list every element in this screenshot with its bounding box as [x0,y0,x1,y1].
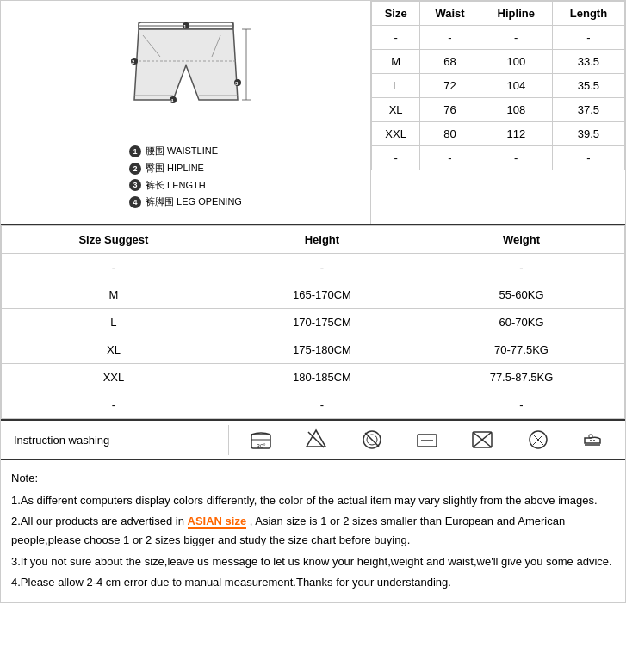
size-col-header: Size [372,2,420,26]
no-bleach-icon [304,428,328,452]
length-col-header: Length [552,2,624,26]
image-area: 1 2 3 4 [1,1,371,224]
table-cell: 170-175CM [226,309,418,336]
suggest-table: Size Suggest Height Weight ---M165-170CM… [1,225,625,419]
table-cell: XXL [372,122,420,146]
legend-item-3: 3 裤长 LENGTH [129,177,242,194]
weight-col-header: Weight [418,226,625,254]
note-item-2: 2.All our products are advertised in ASI… [11,512,615,550]
legend-label-2: 臀围 HIPLINE [146,160,204,177]
table-row: M165-170CM55-60KG [2,281,625,309]
svg-text:30°: 30° [257,443,266,449]
legend-item-1: 1 腰围 WAISTLINE [129,143,242,160]
table-cell: 180-185CM [226,364,418,391]
table-cell: 35.5 [552,74,624,98]
asian-size-highlight: ASIAN size [188,515,247,529]
table-cell: - [2,391,226,419]
note-item-3: 3.If you not sure about the size,leave u… [11,552,615,571]
no-dry-icon [470,428,494,452]
table-row: XL175-180CM70-77.5KG [2,336,625,364]
note-item-4: 4.Please allow 2-4 cm error due to manua… [11,573,615,592]
table-row: L170-175CM60-70KG [2,309,625,336]
note-title: Note: [11,469,615,488]
table-cell: L [372,74,420,98]
table-row: ---- [372,26,625,50]
table-cell: XXL [2,364,226,391]
table-cell: - [226,391,418,419]
middle-section: Size Suggest Height Weight ---M165-170CM… [1,225,625,421]
table-cell: - [552,146,624,170]
table-cell: 80 [420,122,480,146]
top-section: 1 2 3 4 [1,1,625,225]
legend-item-2: 2 臀围 HIPLINE [129,160,242,177]
note-4-text: 4.Please allow 2-4 cm error due to manua… [11,576,451,589]
legend-num-4: 4 [129,196,141,208]
size-table: Size Waist Hipline Length ----M6810033.5… [371,1,625,170]
dry-clean-icon [526,428,550,452]
waist-col-header: Waist [420,2,480,26]
dry-flat-icon [415,428,439,452]
table-cell: 55-60KG [418,281,625,309]
table-cell: - [480,146,552,170]
legend-label-4: 裤脚围 LEG OPENING [146,194,242,211]
table-cell: - [418,391,625,419]
height-col-header: Height [226,226,418,254]
shorts-diagram: 1 2 3 4 [113,14,259,143]
note-3-text: 3.If you not sure about the size,leave u… [11,555,612,568]
note-1-text: 1.As different computers display colors … [11,494,598,507]
table-cell: 68 [420,50,480,74]
wash-tub-icon: 30° [249,428,273,452]
table-row: --- [2,254,625,281]
table-cell: - [420,146,480,170]
product-size-chart: 1 2 3 4 [0,0,626,603]
table-row: XXL8011239.5 [372,122,625,146]
iron-icon [581,428,605,452]
table-cell: 100 [480,50,552,74]
note-item-1: 1.As different computers display colors … [11,491,615,510]
table-cell: L [2,309,226,336]
legend-num-2: 2 [129,163,141,175]
table-cell: - [226,254,418,281]
table-cell: XL [372,98,420,122]
washing-icons: 30° [229,421,625,459]
table-cell: M [372,50,420,74]
table-cell: M [2,281,226,309]
svg-point-39 [593,440,595,441]
table-cell: 37.5 [552,98,624,122]
table-cell: - [552,26,624,50]
svg-point-38 [590,440,592,441]
table-row: L7210435.5 [372,74,625,98]
no-tumble-icon [360,428,384,452]
table-cell: - [372,26,420,50]
suggest-col-header: Size Suggest [2,226,226,254]
legend: 1 腰围 WAISTLINE 2 臀围 HIPLINE 3 裤长 LENGTH … [129,143,242,211]
table-cell: 39.5 [552,122,624,146]
table-row: --- [2,391,625,419]
table-cell: 175-180CM [226,336,418,364]
washing-section: Instruction washing 30° [1,421,625,460]
table-row: M6810033.5 [372,50,625,74]
table-cell: 72 [420,74,480,98]
size-table-area: Size Waist Hipline Length ----M6810033.5… [371,1,625,224]
table-row: XXL180-185CM77.5-87.5KG [2,364,625,391]
legend-item-4: 4 裤脚围 LEG OPENING [129,194,242,211]
table-cell: - [2,254,226,281]
table-row: XL7610837.5 [372,98,625,122]
table-cell: 104 [480,74,552,98]
legend-num-3: 3 [129,179,141,191]
legend-label-3: 裤长 LENGTH [146,177,206,194]
legend-num-1: 1 [129,145,141,157]
notes-section: Note: 1.As different computers display c… [1,460,625,602]
table-cell: - [420,26,480,50]
table-cell: - [418,254,625,281]
table-cell: - [480,26,552,50]
table-cell: 165-170CM [226,281,418,309]
table-cell: 33.5 [552,50,624,74]
table-cell: - [372,146,420,170]
table-cell: 77.5-87.5KG [418,364,625,391]
table-cell: 76 [420,98,480,122]
note-2-text: 2.All our products are advertised in [11,515,184,527]
table-cell: 70-77.5KG [418,336,625,364]
table-cell: 112 [480,122,552,146]
washing-label: Instruction washing [1,425,229,455]
